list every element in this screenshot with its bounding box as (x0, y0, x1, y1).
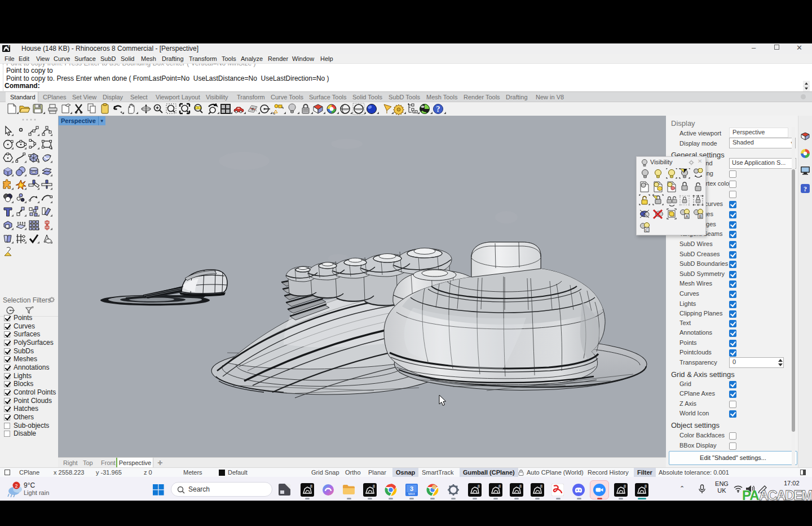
svg-text:8: 8 (8, 45, 10, 48)
svg-text:8: 8 (478, 484, 480, 488)
svg-text:8: 8 (645, 484, 647, 488)
svg-text:8: 8 (310, 484, 312, 488)
svg-text:C: C (645, 228, 648, 232)
svg-text:B: B (699, 214, 702, 218)
svg-text:ACADEMY: ACADEMY (759, 488, 812, 503)
svg-text:8: 8 (498, 484, 501, 488)
svg-text:8: 8 (624, 484, 626, 488)
svg-text:PA: PA (742, 488, 759, 503)
svg-text:?: ? (804, 185, 807, 193)
svg-text:8: 8 (373, 484, 375, 488)
svg-text:MAX: MAX (408, 492, 415, 496)
svg-text:8: 8 (519, 484, 522, 488)
svg-text:3: 3 (410, 485, 413, 492)
svg-text:A: A (686, 214, 689, 218)
svg-text:8: 8 (540, 484, 542, 488)
svg-text:2: 2 (15, 483, 17, 489)
svg-text:?: ? (436, 105, 440, 113)
